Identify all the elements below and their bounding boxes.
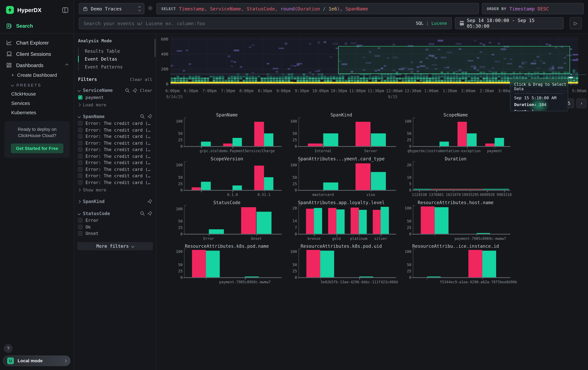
analysis-mode-results-table[interactable]: Results Table (79, 47, 156, 55)
search-icon[interactable] (140, 211, 145, 216)
filter-checkbox-row[interactable]: Error: The credit card (… (74, 133, 156, 140)
heatmap-cell (372, 80, 374, 81)
checkbox-unchecked[interactable] (78, 147, 83, 152)
y-axis (298, 161, 299, 190)
heatmap-cell (246, 76, 248, 78)
checkbox-unchecked[interactable] (78, 121, 83, 126)
chevron-down-icon[interactable] (78, 212, 81, 215)
more-filters-button[interactable]: More filters (77, 242, 153, 250)
green-bar (256, 211, 272, 234)
checkbox-unchecked[interactable] (78, 167, 83, 171)
source-select[interactable]: Demo Traces (79, 3, 144, 14)
heatmap-cell (405, 76, 407, 78)
search-icon[interactable] (140, 114, 145, 119)
heatmap-xtick: 10:00pm (312, 89, 329, 93)
checkbox-unchecked[interactable] (78, 231, 83, 236)
get-started-button[interactable]: Get Started for Free (11, 143, 63, 153)
order-by-input[interactable]: ORDER BY Timestamp DESC (482, 3, 584, 14)
page-next-button[interactable]: › (577, 99, 587, 109)
checkbox-unchecked[interactable] (78, 154, 83, 159)
filter-checkbox-row[interactable]: Error: The credit card (… (74, 120, 156, 127)
local-mode-menu[interactable]: U Local mode (3, 356, 71, 366)
sql-token: Timestamp (509, 6, 537, 11)
pin-icon[interactable] (147, 211, 152, 216)
date-range-picker[interactable]: Sep 14 18:00:00 - Sep 15 05:30:00 (455, 17, 564, 29)
checkbox-unchecked[interactable] (78, 174, 83, 178)
panel-scrollbar[interactable] (155, 39, 156, 57)
sidebar-item-dashboards[interactable]: Dashboards (0, 61, 74, 70)
presets-toggle[interactable]: PRESETS (0, 82, 74, 89)
pin-icon[interactable] (147, 114, 152, 119)
heatmap-cell (474, 76, 476, 78)
heatmap-cell (342, 80, 344, 81)
heatmap-cell (375, 78, 377, 80)
heatmap-xtick: 5:00am (572, 89, 586, 93)
checkbox-unchecked[interactable] (78, 141, 83, 145)
filter-checkbox-row[interactable]: ✓payment (74, 94, 156, 101)
chevron-down-icon[interactable] (78, 89, 81, 92)
pin-icon[interactable] (132, 88, 137, 93)
sidebar-item-clickhouse[interactable]: ClickHouse (0, 90, 74, 98)
sidebar-item-services[interactable]: Services (0, 99, 74, 107)
green-bar (371, 133, 386, 146)
filter-checkbox-row[interactable]: Error: The credit card (… (74, 153, 156, 160)
heatmap-cell (387, 80, 389, 81)
sidebar-item-kubernetes[interactable]: Kubernetes (0, 109, 74, 117)
chevron-right-icon[interactable] (78, 200, 81, 203)
gear-icon[interactable] (147, 5, 153, 11)
y-tick-label: 0 (400, 275, 411, 280)
heatmap-cell (333, 43, 338, 44)
help-button[interactable]: ? (4, 344, 13, 353)
analysis-mode-event-patterns[interactable]: Event Patterns (79, 63, 156, 71)
heatmap-cell (348, 78, 350, 80)
sql-select-input[interactable]: SELECT Timestamp, ServiceName, StatusCod… (156, 3, 479, 14)
analysis-mode-event-deltas[interactable]: Event Deltas (79, 55, 156, 63)
checkbox-unchecked[interactable] (78, 180, 83, 185)
sidebar-item-search[interactable]: Search (0, 21, 74, 30)
filter-checkbox-row[interactable]: Error: The credit card (… (74, 160, 156, 166)
checkbox-unchecked[interactable] (78, 134, 83, 139)
checkbox-unchecked[interactable] (78, 160, 83, 165)
heatmap-cell (216, 78, 218, 80)
chevron-down-icon[interactable] (78, 115, 81, 118)
load-more-button[interactable]: Load more (74, 101, 156, 108)
filter-checkbox-row[interactable]: Error: The credit card (… (74, 146, 156, 153)
filter-checkbox-row[interactable]: Error: The credit card (… (74, 166, 156, 173)
chart-spanattributes-yment-card-type: SpanAttributes...yment.card_type02550100… (285, 156, 398, 198)
sidebar-collapse-icon[interactable] (62, 7, 69, 13)
show-more-button[interactable]: Show more (74, 186, 156, 193)
heatmap-cell (390, 78, 392, 80)
clear-section-button[interactable]: Clear (140, 88, 152, 93)
x-tick (264, 147, 264, 148)
filter-checkbox-row[interactable]: Unset (74, 230, 156, 237)
event-search-input[interactable]: Search your events w/ Lucene ex. column:… (79, 17, 452, 29)
heatmap-cell (204, 80, 206, 81)
heatmap-plot[interactable] (171, 37, 578, 85)
selection-box[interactable] (338, 46, 570, 74)
heatmap-cell (548, 44, 551, 46)
y-tick-label: 50 (171, 219, 183, 223)
sidebar-item-client-sessions[interactable]: Client Sessions (0, 49, 74, 58)
heatmap-cell (249, 78, 251, 80)
pin-icon[interactable] (147, 199, 152, 204)
chart-title: ScopeName (399, 112, 512, 118)
sql-mode-toggle[interactable]: SQL (416, 20, 423, 26)
checkbox-unchecked[interactable] (78, 128, 83, 132)
filter-checkbox-row[interactable]: Error (74, 217, 156, 224)
create-dashboard-button[interactable]: + Create Dashboard (0, 71, 74, 79)
filter-checkbox-row[interactable]: Error: The credit card (… (74, 173, 156, 179)
filter-checkbox-row[interactable]: Error: The credit card (… (74, 140, 156, 146)
events-heatmap[interactable]: 60040020006:00pm6:30pm7:00pm7:30pm8:00pm… (156, 34, 588, 112)
y-tick-label: 50 (171, 262, 183, 267)
filter-checkbox-row[interactable]: Ok (74, 224, 156, 230)
lucene-mode-toggle[interactable]: Lucene (431, 20, 447, 26)
search-icon[interactable] (125, 88, 130, 93)
checkbox-unchecked[interactable] (78, 218, 83, 223)
checkbox-checked[interactable]: ✓ (78, 95, 83, 100)
filter-checkbox-row[interactable]: Error: The credit card (… (74, 179, 156, 186)
sidebar-item-chart-explorer[interactable]: Chart Explorer (0, 38, 74, 47)
run-query-button[interactable]: ▷ (570, 17, 582, 29)
clear-all-button[interactable]: Clear all (130, 77, 152, 82)
filter-checkbox-row[interactable]: Error: The credit card (… (74, 127, 156, 133)
checkbox-unchecked[interactable] (78, 225, 83, 229)
